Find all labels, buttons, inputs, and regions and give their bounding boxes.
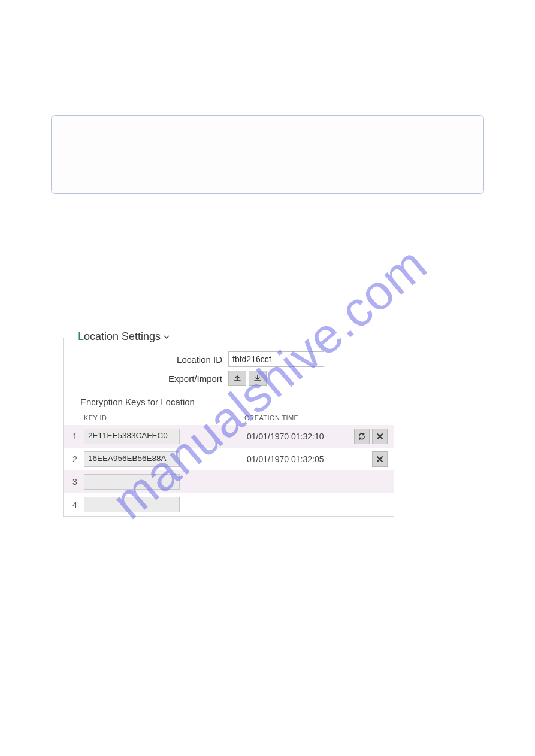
close-icon — [376, 456, 383, 463]
header-key-id: KEY ID — [84, 414, 244, 421]
row-index: 1 — [68, 432, 81, 441]
panel-title-rest: ocation Settings — [84, 330, 161, 342]
location-settings-panel: Location Settings Location ID Export/Imp… — [63, 338, 394, 517]
upload-icon — [233, 374, 241, 382]
table-row: 3 — [64, 470, 394, 493]
row-actions — [349, 451, 394, 467]
delete-button[interactable] — [372, 429, 388, 444]
export-button[interactable] — [228, 371, 246, 386]
chevron-down-icon — [163, 333, 170, 341]
table-row: 1 2E11EE5383CAFEC0 01/01/1970 01:32:10 — [64, 425, 394, 448]
key-id-cell[interactable] — [84, 474, 180, 490]
row-actions — [349, 429, 394, 444]
export-import-row: Export/Import — [64, 371, 394, 386]
header-creation-time: CREATION TIME — [244, 414, 394, 421]
encryption-keys-title: Encryption Keys for Location — [80, 397, 394, 407]
close-icon — [376, 433, 383, 440]
panel-title-first-letter: L — [78, 330, 84, 342]
location-id-label: Location ID — [64, 354, 228, 365]
delete-button[interactable] — [372, 451, 388, 467]
location-id-row: Location ID — [64, 351, 394, 367]
row-index: 3 — [68, 477, 81, 487]
key-id-cell[interactable] — [84, 497, 180, 512]
download-icon — [253, 374, 262, 382]
creation-time-cell: 01/01/1970 01:32:10 — [247, 432, 349, 441]
key-id-cell[interactable]: 16EEA956EB56E88A — [84, 451, 180, 467]
export-import-label: Export/Import — [64, 374, 228, 384]
table-header: KEY ID CREATION TIME — [64, 411, 394, 425]
table-row: 4 — [64, 493, 394, 516]
refresh-icon — [358, 432, 366, 441]
creation-time-cell: 01/01/1970 01:32:05 — [247, 454, 349, 464]
import-button[interactable] — [249, 371, 267, 386]
location-id-input[interactable] — [228, 351, 324, 367]
key-id-cell[interactable]: 2E11EE5383CAFEC0 — [84, 429, 180, 444]
panel-title[interactable]: Location Settings — [74, 330, 174, 343]
table-row: 2 16EEA956EB56E88A 01/01/1970 01:32:05 — [64, 448, 394, 470]
blank-box — [51, 115, 484, 194]
row-index: 4 — [68, 500, 81, 509]
refresh-button[interactable] — [354, 429, 370, 444]
row-index: 2 — [68, 454, 81, 464]
